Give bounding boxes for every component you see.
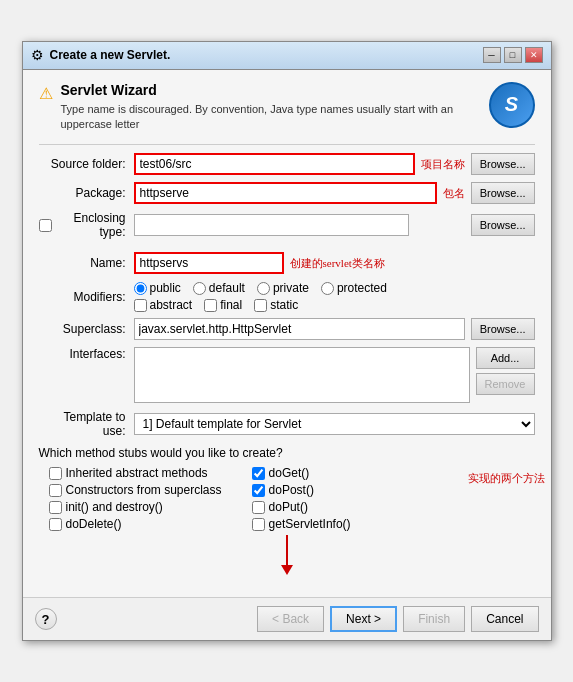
arrow-head (281, 565, 293, 575)
modifier-public-label: public (150, 281, 181, 295)
package-annotation: 包名 (443, 186, 465, 201)
modifiers-row: Modifiers: public default private protec… (39, 281, 535, 312)
superclass-input[interactable] (134, 318, 465, 340)
stub-init[interactable]: init() and destroy() (49, 500, 222, 514)
modifier-protected-label: protected (337, 281, 387, 295)
modifier-default-label: default (209, 281, 245, 295)
stub-doDelete-check[interactable] (49, 518, 62, 531)
source-folder-label: Source folder: (39, 157, 134, 171)
template-select[interactable]: 1] Default template for Servlet (134, 413, 535, 435)
modifier-static[interactable]: static (254, 298, 298, 312)
enclosing-type-row: Enclosing type: Browse... (39, 211, 535, 239)
package-row: Package: 包名 Browse... (39, 182, 535, 204)
modifier-public[interactable]: public (134, 281, 181, 295)
name-annotation: 创建的servlet类名称 (290, 256, 385, 271)
header-text: Servlet Wizard Type name is discouraged.… (61, 82, 489, 133)
superclass-label: Superclass: (39, 322, 134, 336)
modifier-final-check[interactable] (204, 299, 217, 312)
stub-init-check[interactable] (49, 501, 62, 514)
radio-group: public default private protected (134, 281, 387, 295)
enclosing-type-input[interactable] (134, 214, 409, 236)
help-button[interactable]: ? (35, 608, 57, 630)
stub-doPut[interactable]: doPut() (252, 500, 351, 514)
back-button[interactable]: < Back (257, 606, 324, 632)
modifier-abstract-check[interactable] (134, 299, 147, 312)
modifier-private-radio[interactable] (257, 282, 270, 295)
title-bar: ⚙ Create a new Servlet. ─ □ ✕ (23, 42, 551, 70)
main-window: ⚙ Create a new Servlet. ─ □ ✕ ⚠ Servlet … (22, 41, 552, 642)
package-input[interactable] (134, 182, 437, 204)
wizard-footer: ? < Back Next > Finish Cancel (23, 597, 551, 640)
title-bar-buttons: ─ □ ✕ (483, 47, 543, 63)
source-folder-browse-button[interactable]: Browse... (471, 153, 535, 175)
name-input[interactable] (134, 252, 284, 274)
enclosing-type-label: Enclosing type: (56, 211, 126, 239)
stub-getServletInfo[interactable]: getServletInfo() (252, 517, 351, 531)
enclosing-type-browse-button[interactable]: Browse... (471, 214, 535, 236)
source-folder-input[interactable] (134, 153, 415, 175)
enclosing-type-checkbox[interactable] (39, 219, 52, 232)
down-arrow (281, 535, 293, 575)
remove-interface-button[interactable]: Remove (476, 373, 535, 395)
wizard-content: ⚠ Servlet Wizard Type name is discourage… (23, 70, 551, 598)
stub-doPost[interactable]: doPost() (252, 483, 351, 497)
finish-button[interactable]: Finish (403, 606, 465, 632)
stub-doGet-check[interactable] (252, 467, 265, 480)
modifier-abstract[interactable]: abstract (134, 298, 193, 312)
stub-doPut-check[interactable] (252, 501, 265, 514)
stub-inherited[interactable]: Inherited abstract methods (49, 466, 222, 480)
header-divider (39, 144, 535, 145)
template-label: Template to use: (39, 410, 134, 438)
enclosing-type-left: Enclosing type: (39, 211, 134, 239)
stub-doDelete[interactable]: doDelete() (49, 517, 222, 531)
interfaces-label: Interfaces: (39, 347, 134, 361)
window-title: Create a new Servlet. (50, 48, 171, 62)
stub-doGet[interactable]: doGet() (252, 466, 351, 480)
footer-buttons: < Back Next > Finish Cancel (257, 606, 538, 632)
title-bar-left: ⚙ Create a new Servlet. (31, 47, 171, 63)
modifier-protected[interactable]: protected (321, 281, 387, 295)
modifier-default-radio[interactable] (193, 282, 206, 295)
servlet-logo: S (489, 82, 535, 128)
stub-constructors-check[interactable] (49, 484, 62, 497)
stubs-section: Which method stubs would you like to cre… (39, 446, 535, 531)
modifiers-group: public default private protected abstrac… (134, 281, 387, 312)
modifier-protected-radio[interactable] (321, 282, 334, 295)
add-interface-button[interactable]: Add... (476, 347, 535, 369)
wizard-header: ⚠ Servlet Wizard Type name is discourage… (39, 82, 535, 133)
stubs-title: Which method stubs would you like to cre… (39, 446, 535, 460)
footer-left: ? (35, 608, 57, 630)
name-label: Name: (39, 256, 134, 270)
stubs-right-col: doGet() doPost() doPut() getServletInfo(… (252, 466, 351, 531)
next-button[interactable]: Next > (330, 606, 397, 632)
stubs-annotation-label: 实现的两个方法 (468, 471, 545, 486)
template-row: Template to use: 1] Default template for… (39, 410, 535, 438)
interfaces-row: Interfaces: Add... Remove (39, 347, 535, 403)
modifier-static-check[interactable] (254, 299, 267, 312)
superclass-row: Superclass: Browse... (39, 318, 535, 340)
stub-inherited-check[interactable] (49, 467, 62, 480)
source-folder-annotation: 项目名称 (421, 157, 465, 172)
superclass-browse-button[interactable]: Browse... (471, 318, 535, 340)
package-browse-button[interactable]: Browse... (471, 182, 535, 204)
stubs-grid: Inherited abstract methods Constructors … (39, 466, 535, 531)
warning-message: Type name is discouraged. By convention,… (61, 103, 454, 130)
interfaces-list (134, 347, 470, 403)
stub-doPost-check[interactable] (252, 484, 265, 497)
window-icon: ⚙ (31, 47, 44, 63)
maximize-button[interactable]: □ (504, 47, 522, 63)
interfaces-buttons: Add... Remove (476, 347, 535, 395)
wizard-title: Servlet Wizard (61, 82, 489, 98)
header-left: ⚠ Servlet Wizard Type name is discourage… (39, 82, 489, 133)
stub-getServletInfo-check[interactable] (252, 518, 265, 531)
modifier-private[interactable]: private (257, 281, 309, 295)
modifier-public-radio[interactable] (134, 282, 147, 295)
stubs-annotation: 实现的两个方法 (464, 471, 545, 486)
modifier-final[interactable]: final (204, 298, 242, 312)
cancel-button[interactable]: Cancel (471, 606, 538, 632)
minimize-button[interactable]: ─ (483, 47, 501, 63)
modifier-default[interactable]: default (193, 281, 245, 295)
stub-constructors[interactable]: Constructors from superclass (49, 483, 222, 497)
close-button[interactable]: ✕ (525, 47, 543, 63)
modifiers-label: Modifiers: (39, 290, 134, 304)
